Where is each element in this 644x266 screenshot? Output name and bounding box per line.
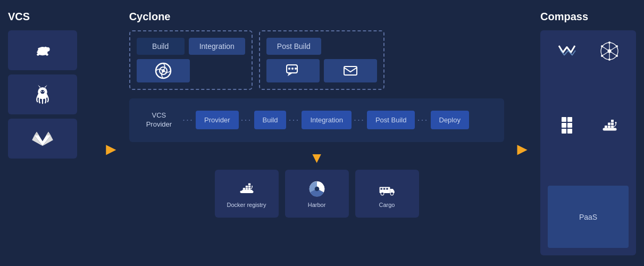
- svg-rect-65: [603, 128, 617, 131]
- vcs-turtle-box: [8, 30, 77, 70]
- mesh-icon-box: [548, 112, 586, 138]
- docker-registry-box: Docker registry: [215, 170, 279, 218]
- docker-compass-icon: [599, 114, 620, 136]
- top-icon-row: [137, 59, 245, 82]
- pipe-post-build: Post Build: [367, 111, 415, 129]
- svg-point-19: [291, 68, 294, 70]
- pipe-integration: Integration: [302, 111, 351, 129]
- vcs-github-box: [8, 74, 77, 114]
- pipe-dots-2: ···: [241, 114, 252, 126]
- svg-rect-27: [245, 186, 247, 188]
- cyclone-top-area: Build Integration: [129, 30, 505, 90]
- arrow-cyclone-compass: ►: [509, 43, 535, 255]
- svg-rect-58: [567, 129, 572, 134]
- pipe-vcs-provider: VCSProvider: [138, 106, 180, 135]
- svg-point-34: [381, 192, 384, 195]
- svg-point-13: [43, 90, 44, 92]
- svg-point-12: [41, 90, 42, 92]
- vcs-title: VCS: [8, 11, 93, 23]
- svg-rect-37: [383, 188, 385, 189]
- svg-point-48: [616, 55, 618, 57]
- cyclone-title: Cyclone: [129, 11, 505, 23]
- svg-point-35: [390, 192, 394, 195]
- registries-row: Docker registry Harbor: [129, 170, 505, 218]
- compass-grid: PaaS: [540, 30, 636, 255]
- pipe-dots-4: ···: [354, 114, 365, 126]
- svg-rect-38: [386, 188, 388, 189]
- kubernetes-icon: [599, 40, 620, 62]
- svg-rect-57: [562, 129, 566, 134]
- top-labels-row: Build Integration: [137, 38, 245, 55]
- post-build-label: Post Build: [266, 38, 321, 55]
- svg-rect-56: [567, 123, 572, 128]
- svg-rect-36: [380, 188, 382, 189]
- right-arrow-2-icon: ►: [514, 140, 531, 157]
- mesh-icon: [556, 114, 578, 136]
- pipeline-row: VCSProvider ··· Provider ··· Build ··· I…: [129, 98, 505, 142]
- main-container: VCS: [0, 0, 644, 266]
- svg-rect-64: [611, 120, 614, 122]
- svg-rect-55: [562, 123, 566, 128]
- svg-rect-24: [242, 188, 245, 190]
- cyclone-icon: [155, 62, 172, 79]
- svg-rect-25: [245, 188, 247, 190]
- build-label: Build: [137, 38, 185, 55]
- docker-registry-label: Docker registry: [227, 202, 266, 208]
- pipe-dots-3: ···: [288, 114, 299, 126]
- chat-icon-box: [266, 59, 320, 82]
- svg-point-30: [252, 186, 253, 187]
- svg-point-11: [40, 90, 44, 94]
- svg-point-32: [314, 186, 319, 191]
- post-build-icons-row: [266, 59, 377, 82]
- svg-rect-21: [344, 66, 357, 75]
- svg-rect-28: [248, 186, 250, 188]
- gitlab-icon: [31, 127, 54, 151]
- integration-label: Integration: [189, 38, 245, 55]
- svg-point-50: [616, 45, 618, 47]
- svg-rect-60: [608, 126, 610, 128]
- vcs-icons: [8, 30, 93, 159]
- pipe-provider: Provider: [196, 111, 238, 129]
- svg-rect-29: [248, 183, 250, 185]
- kubernetes-icon-box: [590, 38, 629, 64]
- docker-compass-icon-box: [590, 112, 629, 138]
- paas-label: PaaS: [579, 213, 597, 221]
- post-build-label-row: Post Build: [266, 38, 377, 55]
- compass-panel: Compass: [540, 11, 636, 255]
- svg-rect-61: [611, 126, 614, 128]
- svg-point-49: [601, 55, 603, 57]
- pipe-dots-1: ···: [182, 114, 194, 126]
- cargo-icon: [378, 179, 397, 198]
- pipe-dots-5: ···: [417, 114, 428, 126]
- pipe-build: Build: [254, 111, 287, 129]
- svg-rect-53: [562, 117, 566, 122]
- pipe-deploy: Deploy: [431, 111, 469, 129]
- cargo-label: Cargo: [379, 202, 395, 208]
- svg-point-18: [288, 68, 290, 70]
- deploy-box: Deploy: [431, 111, 469, 129]
- turtle-icon: [31, 39, 54, 62]
- helm-icon-box: [548, 38, 586, 64]
- harbor-icon: [307, 179, 327, 198]
- svg-rect-54: [567, 117, 572, 122]
- vcs-gitlab-box: [8, 119, 77, 159]
- paas-box: PaaS: [548, 186, 629, 248]
- svg-rect-23: [240, 190, 253, 193]
- vcs-provider-box: VCSProvider: [138, 106, 180, 135]
- email-icon: [343, 63, 358, 78]
- down-arrow-container: ▼: [129, 151, 505, 165]
- svg-rect-62: [608, 123, 610, 126]
- post-build-pipe-box: Post Build: [367, 111, 415, 129]
- helm-icon: [556, 40, 578, 62]
- svg-rect-63: [611, 123, 614, 126]
- build-integration-box: Build Integration: [129, 30, 253, 90]
- harbor-box: Harbor: [285, 170, 349, 218]
- svg-point-66: [615, 122, 617, 123]
- svg-rect-33: [379, 187, 390, 193]
- email-icon-box: [324, 59, 377, 82]
- integration-box: Integration: [302, 111, 351, 129]
- provider-box: Provider: [196, 111, 238, 129]
- compass-title: Compass: [540, 11, 636, 23]
- github-icon: [31, 83, 54, 106]
- svg-rect-59: [605, 126, 607, 128]
